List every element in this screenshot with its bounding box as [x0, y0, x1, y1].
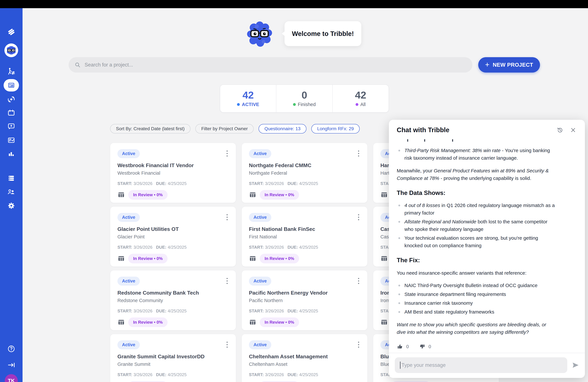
project-card[interactable]: Active Westbrook Financial IT Vendor Wes…	[110, 143, 236, 203]
kebab-menu-icon[interactable]	[357, 213, 360, 222]
project-title: Pacific Northern Energy Vendor	[249, 290, 360, 296]
status-badge: Active	[249, 276, 271, 286]
help-icon[interactable]	[0, 344, 22, 353]
table-icon[interactable]	[380, 191, 388, 199]
datasets-icon[interactable]	[0, 174, 22, 183]
sync-icon[interactable]	[0, 95, 22, 104]
chat-paragraph: You need insurance-specific answer varia…	[397, 269, 549, 277]
project-client: First National	[249, 234, 360, 239]
close-icon[interactable]	[569, 127, 577, 134]
thumbs-up-count: 0	[406, 343, 409, 350]
project-title: First National Bank FinSec	[249, 226, 360, 232]
stat-item[interactable]: 42 ACTIVE	[220, 85, 276, 112]
table-icon[interactable]	[249, 255, 256, 262]
settings-gear-icon[interactable]	[0, 201, 22, 210]
progress-pill: In Review • 0%	[260, 381, 299, 382]
table-icon[interactable]	[380, 318, 388, 326]
handoff-icon[interactable]	[0, 67, 22, 76]
table-icon[interactable]	[117, 255, 125, 262]
kebab-menu-icon[interactable]	[357, 149, 360, 158]
project-search[interactable]	[69, 57, 472, 73]
status-badge: Active	[117, 276, 140, 286]
history-icon[interactable]	[556, 127, 563, 133]
chat-bullet-item: Insurance carrier risk taxonomy	[397, 299, 576, 307]
bullet-dot	[398, 302, 400, 304]
analytics-icon[interactable]	[0, 149, 22, 159]
project-dates: START:3/26/2026DUE:4/25/2025	[117, 372, 229, 377]
bullet-dot	[398, 294, 400, 295]
filter-chip[interactable]: Questionnaire: 13	[259, 124, 306, 133]
chat-messages[interactable]: Third-Party Risk Management: 38% win rat…	[389, 137, 585, 353]
chat-bullet-list: Third-Party Risk Management: 38% win rat…	[397, 147, 576, 162]
stat-dot	[293, 103, 296, 106]
collapse-icon[interactable]	[0, 361, 22, 370]
kebab-menu-icon[interactable]	[226, 276, 229, 285]
chat-bullet-item: Third-Party Risk Management: 38% win rat…	[397, 147, 576, 162]
chat-title: Chat with Tribble	[397, 126, 550, 134]
status-badge: Active	[249, 213, 271, 222]
bullet-dot	[398, 221, 400, 223]
table-icon[interactable]	[249, 318, 256, 326]
user-avatar[interactable]: TK	[5, 374, 18, 382]
project-dates: START:3/26/2026DUE:4/25/2025	[117, 245, 229, 250]
project-card[interactable]: Active Northgate Federal CMMC Northgate …	[242, 143, 368, 203]
progress-pill: In Review • 0%	[260, 254, 299, 263]
thumbs-down-count: 0	[428, 343, 431, 350]
project-title: Westbrook Financial IT Vendor	[117, 162, 229, 169]
kebab-menu-icon[interactable]	[226, 149, 229, 158]
send-icon[interactable]	[572, 361, 579, 369]
thumbs-down-icon[interactable]	[419, 343, 425, 350]
stat-item[interactable]: 0 Finished	[276, 85, 332, 112]
stat-dot	[356, 103, 358, 106]
bullet-dot	[398, 205, 400, 206]
bullet-dot	[398, 150, 400, 151]
project-title: Cheltenham Asset Management	[249, 354, 360, 360]
progress-pill: In Review • 0%	[260, 318, 299, 327]
text-caret	[400, 361, 400, 369]
thumbs-up-icon[interactable]	[397, 343, 403, 350]
sidebar-item-projects[interactable]	[4, 79, 19, 91]
project-client: Glacier Point	[117, 234, 229, 239]
review-checklist-icon[interactable]	[0, 136, 22, 145]
kebab-menu-icon[interactable]	[357, 276, 360, 285]
progress-pill: In Review • 0%	[128, 254, 168, 263]
search-input[interactable]	[84, 62, 466, 68]
project-dates: START:3/26/2026DUE:4/25/2025	[249, 372, 360, 377]
team-icon[interactable]	[0, 188, 22, 197]
progress-pill: In Review • 0%	[260, 190, 299, 200]
table-icon[interactable]	[249, 191, 256, 199]
tribble-assistant-icon[interactable]	[4, 43, 18, 57]
kebab-menu-icon[interactable]	[357, 340, 360, 349]
stat-label: Finished	[298, 102, 316, 107]
filter-chip[interactable]: Sort By: Created Date (latest first)	[110, 124, 190, 133]
kebab-menu-icon[interactable]	[226, 213, 229, 222]
status-badge: Active	[117, 149, 140, 158]
chat-bullet-item: Allstate Regional and Nationwide both lo…	[397, 218, 576, 233]
project-dates: START:3/26/2026DUE:4/25/2025	[249, 308, 360, 314]
project-card[interactable]: Active First National Bank FinSec First …	[242, 207, 368, 267]
table-icon[interactable]	[380, 255, 388, 262]
chat-input-box[interactable]	[395, 357, 567, 373]
project-card[interactable]: Active Glacier Point Utilities OT Glacie…	[110, 207, 236, 267]
chat-paragraph: Meanwhile, your General Product Features…	[397, 167, 549, 182]
project-card[interactable]: Active Pacific Northern Energy Vendor Pa…	[242, 270, 368, 330]
new-project-button[interactable]: + NEW PROJECT	[478, 57, 540, 73]
table-icon[interactable]	[117, 191, 125, 199]
calendar-icon[interactable]	[0, 108, 22, 117]
project-card[interactable]: Active Cheltenham Asset Management Chelt…	[242, 334, 368, 382]
kebab-menu-icon[interactable]	[226, 340, 229, 349]
top-bar	[0, 0, 588, 8]
chat-bullet-list: 4 out of 8 losses in Q1 2026 cited regul…	[397, 202, 576, 249]
filter-chip[interactable]: Longform RFx: 29	[311, 124, 360, 133]
tribble-logo-icon[interactable]	[0, 27, 22, 37]
project-card[interactable]: Active Granite Summit Capital InvestorDD…	[110, 334, 236, 382]
chat-sparkle-icon[interactable]	[0, 122, 22, 131]
filter-chip[interactable]: Filter by Project Owner	[195, 124, 254, 133]
stat-value: 42	[355, 90, 366, 100]
table-icon[interactable]	[117, 318, 125, 326]
stat-item[interactable]: 42 All	[332, 85, 389, 112]
project-card[interactable]: Active Redstone Community Bank Tech Reds…	[110, 270, 236, 330]
chat-message-input[interactable]	[401, 362, 562, 368]
project-dates: START:3/26/2026DUE:4/25/2025	[117, 181, 229, 186]
chat-bullet-item: AM Best and state regulatory frameworks	[397, 308, 576, 316]
